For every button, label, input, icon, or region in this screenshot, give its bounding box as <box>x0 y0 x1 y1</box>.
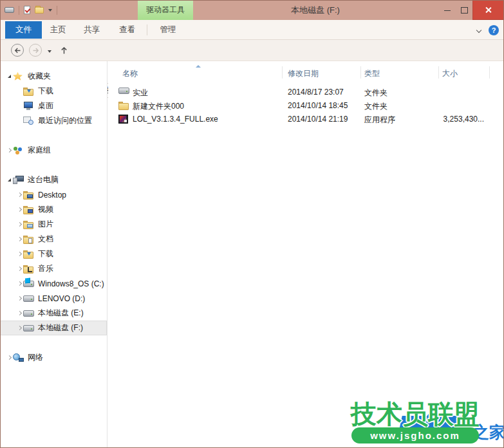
sidebar-item-label: Desktop <box>38 191 66 200</box>
close-button[interactable] <box>472 0 504 20</box>
sort-ascending-icon <box>196 65 201 68</box>
collapsed-arrow-icon[interactable] <box>17 222 21 227</box>
network-icon <box>13 353 24 362</box>
maximize-button[interactable] <box>456 0 472 20</box>
tab-file[interactable]: 文件 <box>5 21 42 39</box>
music-folder-icon <box>23 265 33 274</box>
column-header-type[interactable]: 类型 <box>364 64 380 82</box>
expanded-arrow-icon[interactable] <box>8 178 11 182</box>
customize-toolbar-icon[interactable] <box>48 9 52 14</box>
properties-icon[interactable] <box>24 6 30 14</box>
tab-manage[interactable]: 管理 <box>148 21 188 39</box>
tab-home[interactable]: 主页 <box>42 21 74 39</box>
sidebar-item-documents[interactable]: 文档 <box>0 232 107 247</box>
file-size: 3,253,430... <box>411 115 484 124</box>
file-row-new-folder-000[interactable]: 新建文件夹000 2014/10/14 18:45 文件夹 <box>108 99 504 113</box>
collapsed-arrow-icon[interactable] <box>17 237 21 241</box>
documents-folder-icon <box>23 235 33 244</box>
file-name: 实业 <box>133 88 148 98</box>
expanded-arrow-icon[interactable] <box>8 75 11 78</box>
sidebar-item-label: 下载 <box>38 86 53 97</box>
tab-share[interactable]: 共享 <box>74 21 109 39</box>
sidebar-item-this-pc[interactable]: 这台电脑 <box>0 173 107 187</box>
collapsed-arrow-icon[interactable] <box>17 296 21 301</box>
file-row-lol-exe[interactable]: LOL_V3.1.3.4_FULL.exe 2014/10/14 21:19 应… <box>108 113 504 126</box>
window-title: 本地磁盘 (F:) <box>251 0 380 20</box>
sidebar-item-downloads-pc[interactable]: 下载 <box>0 247 107 261</box>
back-button[interactable] <box>11 44 24 57</box>
sidebar-item-drive-d[interactable]: LENOVO (D:) <box>0 291 107 306</box>
minimize-button[interactable] <box>439 0 456 20</box>
forward-button[interactable] <box>29 44 42 57</box>
file-date: 2014/10/14 18:45 <box>288 101 348 110</box>
collapsed-arrow-icon[interactable] <box>17 281 21 286</box>
pictures-folder-icon <box>23 220 33 229</box>
sidebar-item-pictures[interactable]: 图片 <box>0 217 107 232</box>
sidebar-item-desktop-folder[interactable]: Desktop <box>0 187 107 202</box>
sidebar-item-drive-f[interactable]: 本地磁盘 (F:) <box>0 321 107 335</box>
column-header-date-modified[interactable]: 修改日期 <box>288 64 319 82</box>
address-bar-row: 这台电脑 本地磁盘 (F:) <box>0 40 504 61</box>
column-header-size[interactable]: 大小 <box>442 64 458 82</box>
ribbon-tab-bar: 文件 主页 共享 查看 管理 ? <box>0 20 504 40</box>
sidebar-item-videos[interactable]: 视频 <box>0 202 107 217</box>
window-controls <box>439 0 504 20</box>
sidebar-item-label: 这台电脑 <box>28 174 59 185</box>
titlebar: 驱动器工具 本地磁盘 (F:) <box>0 0 504 20</box>
up-button[interactable] <box>60 46 68 55</box>
sidebar-item-label: 桌面 <box>38 100 53 111</box>
sidebar-item-desktop[interactable]: 桌面 <box>0 98 107 113</box>
sidebar-item-label: 图片 <box>38 219 53 230</box>
file-name: 新建文件夹000 <box>133 101 184 112</box>
tab-view[interactable]: 查看 <box>109 21 145 39</box>
file-rows: 实业 2014/8/17 23:07 文件夹 新建文件夹000 2014/10/… <box>108 86 504 126</box>
window-drive-icon <box>5 7 14 13</box>
windows-drive-icon <box>23 281 34 287</box>
help-icon[interactable]: ? <box>489 25 499 35</box>
sidebar-item-homegroup[interactable]: 家庭组 <box>0 143 107 158</box>
sidebar-item-label: 文档 <box>38 234 53 245</box>
sidebar-item-network[interactable]: 网络 <box>0 350 107 365</box>
collapsed-arrow-icon[interactable] <box>6 148 11 153</box>
sidebar-item-drive-e[interactable]: 本地磁盘 (E:) <box>0 306 107 321</box>
collapsed-arrow-icon[interactable] <box>17 266 21 271</box>
file-row-shiye[interactable]: 实业 2014/8/17 23:07 文件夹 <box>108 86 504 99</box>
toolbar-separator <box>57 6 57 15</box>
column-divider[interactable] <box>489 66 490 79</box>
collapsed-arrow-icon[interactable] <box>6 355 11 360</box>
maximize-icon <box>461 7 468 14</box>
sidebar-item-music[interactable]: 音乐 <box>0 261 107 276</box>
computer-icon <box>13 176 24 184</box>
expand-ribbon-icon[interactable] <box>476 27 481 32</box>
collapsed-arrow-icon[interactable] <box>17 311 21 315</box>
sidebar-item-downloads[interactable]: 下载 <box>0 84 107 98</box>
collapsed-arrow-icon[interactable] <box>17 326 21 330</box>
collapsed-arrow-icon[interactable] <box>17 192 21 197</box>
quick-access-toolbar <box>5 0 57 20</box>
new-folder-icon[interactable] <box>35 7 44 14</box>
sidebar-item-recent-places[interactable]: 最近访问的位置 <box>0 113 107 128</box>
tab-separator <box>147 24 147 35</box>
minimize-icon <box>444 10 451 11</box>
sidebar-item-label: 音乐 <box>38 263 53 274</box>
sidebar-item-label: LENOVO (D:) <box>38 294 85 303</box>
sidebar-item-label: Windows8_OS (C:) <box>38 279 104 288</box>
toolbar-separator <box>19 6 19 15</box>
desktop-monitor-icon <box>23 102 33 110</box>
column-header-name[interactable]: 名称 <box>122 64 138 82</box>
sidebar-item-drive-c[interactable]: Windows8_OS (C:) <box>0 276 107 291</box>
collapsed-arrow-icon[interactable] <box>17 207 21 212</box>
column-divider[interactable] <box>360 66 361 79</box>
drive-tools-context-tab[interactable]: 驱动器工具 <box>138 0 193 20</box>
recent-locations-icon[interactable] <box>48 50 51 55</box>
application-icon <box>118 115 128 124</box>
column-divider[interactable] <box>438 66 439 79</box>
collapsed-arrow-icon[interactable] <box>17 252 21 256</box>
file-type: 应用程序 <box>364 115 395 126</box>
sidebar-item-favorites[interactable]: 收藏夹 <box>0 69 107 84</box>
file-name: LOL_V3.1.3.4_FULL.exe <box>133 115 218 124</box>
watermark-brand-text: 技术员联盟 <box>351 397 480 432</box>
sidebar-item-label: 收藏夹 <box>28 71 51 82</box>
drive-icon <box>23 295 34 302</box>
column-divider[interactable] <box>282 66 283 79</box>
